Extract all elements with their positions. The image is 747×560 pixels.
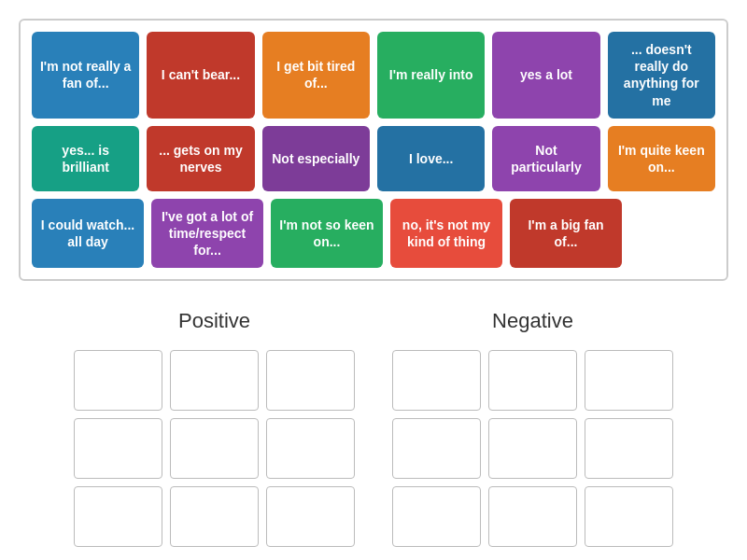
card-c16[interactable]: no, it's not my kind of thing <box>390 199 502 269</box>
positive-column: Positive <box>74 309 355 547</box>
card-c13[interactable]: I could watch... all day <box>32 199 144 269</box>
sort-cell[interactable] <box>392 350 481 411</box>
card-c9[interactable]: Not especially <box>262 126 370 191</box>
card-c6[interactable]: ... doesn't really do anything for me <box>608 32 715 119</box>
sort-cell[interactable] <box>170 418 259 479</box>
sort-cell[interactable] <box>266 486 355 547</box>
sort-cell[interactable] <box>585 418 673 479</box>
positive-label: Positive <box>178 309 250 333</box>
card-c5[interactable]: yes a lot <box>492 32 599 119</box>
sort-cell[interactable] <box>170 350 259 411</box>
card-c11[interactable]: Not particularly <box>492 126 599 191</box>
sorting-area: Positive Negative <box>19 309 728 547</box>
sort-cell[interactable] <box>170 486 259 547</box>
sort-cell[interactable] <box>488 486 577 547</box>
card-area: I'm not really a fan of...I can't bear..… <box>19 19 728 281</box>
card-row-1: I'm not really a fan of...I can't bear..… <box>32 32 715 119</box>
sort-cell[interactable] <box>585 486 673 547</box>
card-c15[interactable]: I'm not so keen on... <box>271 199 383 269</box>
card-c17[interactable]: I'm a big fan of... <box>510 199 622 269</box>
sort-cell[interactable] <box>488 350 577 411</box>
card-row-3: I could watch... all dayI've got a lot o… <box>32 199 715 269</box>
sort-cell[interactable] <box>74 350 162 411</box>
card-c7[interactable]: yes... is brilliant <box>32 126 139 191</box>
negative-column: Negative <box>392 309 673 547</box>
card-c3[interactable]: I get bit tired of... <box>262 32 370 119</box>
card-row-2: yes... is brilliant... gets on my nerves… <box>32 126 715 191</box>
sort-cell[interactable] <box>585 350 673 411</box>
sort-cell[interactable] <box>266 418 355 479</box>
card-c4[interactable]: I'm really into <box>377 32 485 119</box>
card-c1[interactable]: I'm not really a fan of... <box>32 32 139 119</box>
card-c10[interactable]: I love... <box>377 126 485 191</box>
sort-cell[interactable] <box>488 418 577 479</box>
card-c8[interactable]: ... gets on my nerves <box>147 126 254 191</box>
card-c12[interactable]: I'm quite keen on... <box>608 126 715 191</box>
negative-grid <box>392 350 673 547</box>
card-c14[interactable]: I've got a lot of time/respect for... <box>151 199 263 269</box>
sort-cell[interactable] <box>74 418 162 479</box>
sort-cell[interactable] <box>74 486 162 547</box>
sort-cell[interactable] <box>266 350 355 411</box>
sort-cell[interactable] <box>392 486 481 547</box>
negative-label: Negative <box>492 309 573 333</box>
sort-cell[interactable] <box>392 418 481 479</box>
positive-grid <box>74 350 355 547</box>
card-c2[interactable]: I can't bear... <box>147 32 254 119</box>
